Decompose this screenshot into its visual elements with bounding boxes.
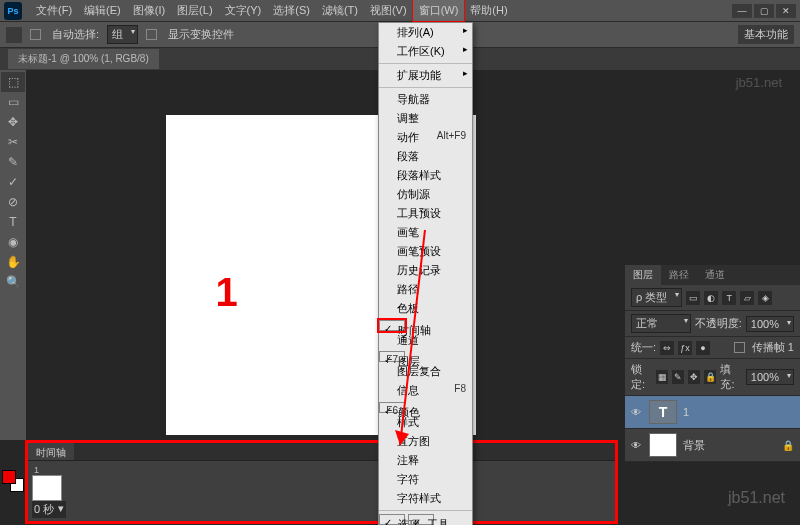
- document-tab[interactable]: 未标题-1 @ 100% (1, RGB/8): [8, 49, 159, 69]
- menu-item-路径[interactable]: 路径: [379, 280, 472, 299]
- menu-item-字符[interactable]: 字符: [379, 470, 472, 489]
- tab-channels[interactable]: 通道: [697, 265, 733, 285]
- unify-visibility-icon[interactable]: ƒx: [678, 341, 692, 355]
- menu-item-选项[interactable]: 选项: [379, 514, 405, 525]
- unify-position-icon[interactable]: ⇔: [660, 341, 674, 355]
- menu-item-排列(A)[interactable]: 排列(A): [379, 23, 472, 42]
- tool-button[interactable]: ✎: [1, 152, 25, 172]
- close-button[interactable]: ✕: [776, 4, 796, 18]
- menu-item-画笔预设[interactable]: 画笔预设: [379, 242, 472, 261]
- menu-item-扩展功能[interactable]: 扩展功能: [379, 66, 472, 85]
- tab-paths[interactable]: 路径: [661, 265, 697, 285]
- menu-文件(F)[interactable]: 文件(F): [30, 0, 78, 21]
- fill-input[interactable]: 100%: [746, 369, 794, 385]
- filter-icon[interactable]: ◈: [758, 291, 772, 305]
- menu-滤镜(T)[interactable]: 滤镜(T): [316, 0, 364, 21]
- auto-select-target-dropdown[interactable]: 组: [107, 25, 138, 44]
- menu-item-时间轴[interactable]: 时间轴: [379, 320, 405, 331]
- menu-文字(Y)[interactable]: 文字(Y): [219, 0, 268, 21]
- lock-transparency-icon[interactable]: ▦: [656, 370, 668, 384]
- filter-icon[interactable]: ▱: [740, 291, 754, 305]
- menu-编辑(E)[interactable]: 编辑(E): [78, 0, 127, 21]
- unify-style-icon[interactable]: ●: [696, 341, 710, 355]
- menu-item-字符样式[interactable]: 字符样式: [379, 489, 472, 508]
- menu-item-工作区(K)[interactable]: 工作区(K): [379, 42, 472, 61]
- lock-position-icon[interactable]: ✥: [688, 370, 700, 384]
- menu-窗口(W)[interactable]: 窗口(W): [413, 0, 465, 21]
- layer-kind-filter[interactable]: ρ 类型: [631, 288, 682, 307]
- filter-icon[interactable]: ▭: [686, 291, 700, 305]
- menu-图层(L)[interactable]: 图层(L): [171, 0, 218, 21]
- menu-图像(I)[interactable]: 图像(I): [127, 0, 171, 21]
- layer-row[interactable]: T 1: [625, 396, 800, 429]
- timeline-frame[interactable]: 1 0 秒▾: [32, 465, 66, 518]
- window-menu-dropdown: 排列(A)工作区(K)扩展功能导航器调整动作Alt+F9段落段落样式仿制源工具预…: [378, 22, 473, 525]
- menu-item-动作[interactable]: 动作Alt+F9: [379, 128, 472, 147]
- color-swatches[interactable]: [2, 470, 24, 492]
- tool-button[interactable]: 🔍: [1, 272, 25, 292]
- foreground-color-swatch[interactable]: [2, 470, 16, 484]
- watermark: jb51.net: [736, 75, 782, 90]
- timeline-panel: 时间轴 1 0 秒▾: [28, 443, 615, 521]
- menu-item-调整[interactable]: 调整: [379, 109, 472, 128]
- show-transform-checkbox[interactable]: [146, 29, 157, 40]
- visibility-toggle[interactable]: [631, 406, 643, 418]
- menu-item-颜色[interactable]: 颜色F6: [379, 402, 405, 413]
- show-transform-label: 显示变换控件: [168, 27, 234, 42]
- menu-选择(S)[interactable]: 选择(S): [267, 0, 316, 21]
- menu-item-直方图[interactable]: 直方图: [379, 432, 472, 451]
- auto-select-checkbox[interactable]: [30, 29, 41, 40]
- canvas-viewport[interactable]: 1: [26, 70, 615, 440]
- tool-button[interactable]: ◉: [1, 232, 25, 252]
- menu-item-工具预设[interactable]: 工具预设: [379, 204, 472, 223]
- menu-item-画笔[interactable]: 画笔: [379, 223, 472, 242]
- menu-item-仿制源[interactable]: 仿制源: [379, 185, 472, 204]
- menu-item-样式[interactable]: 样式: [379, 413, 472, 432]
- tool-button[interactable]: ✓: [1, 172, 25, 192]
- menu-帮助(H)[interactable]: 帮助(H): [464, 0, 513, 21]
- layer-row[interactable]: 背景 🔒: [625, 429, 800, 462]
- layer-name[interactable]: 背景: [683, 438, 705, 453]
- menu-item-图层复合[interactable]: 图层复合: [379, 362, 472, 381]
- menu-item-段落样式[interactable]: 段落样式: [379, 166, 472, 185]
- propagate-checkbox[interactable]: [734, 342, 745, 353]
- tool-bar: ⬚▭✥✂✎✓⊘T◉✋🔍: [0, 70, 26, 440]
- tool-button[interactable]: ⬚: [1, 72, 25, 92]
- lock-pixels-icon[interactable]: ✎: [672, 370, 684, 384]
- menu-item-色板[interactable]: 色板: [379, 299, 472, 318]
- menu-item-工具[interactable]: 工具: [408, 514, 434, 525]
- menu-item-通道[interactable]: 通道: [379, 331, 472, 350]
- menu-item-图层[interactable]: 图层F7: [379, 351, 405, 362]
- menu-item-信息[interactable]: 信息F8: [379, 381, 472, 400]
- menu-item-注释[interactable]: 注释: [379, 451, 472, 470]
- tool-button[interactable]: ⊘: [1, 192, 25, 212]
- workspace-switcher[interactable]: 基本功能: [738, 25, 794, 44]
- opacity-input[interactable]: 100%: [746, 316, 794, 332]
- maximize-button[interactable]: ▢: [754, 4, 774, 18]
- menu-视图(V)[interactable]: 视图(V): [364, 0, 413, 21]
- tab-layers[interactable]: 图层: [625, 265, 661, 285]
- layer-thumbnail: [649, 433, 677, 457]
- filter-icon[interactable]: ◐: [704, 291, 718, 305]
- fill-label: 填充:: [720, 362, 741, 392]
- menu-item-历史记录[interactable]: 历史记录: [379, 261, 472, 280]
- layer-name[interactable]: 1: [683, 406, 689, 418]
- move-tool-icon: [6, 27, 22, 43]
- lock-all-icon[interactable]: 🔒: [704, 370, 716, 384]
- visibility-toggle[interactable]: [631, 439, 643, 451]
- app-logo: Ps: [4, 2, 22, 20]
- lock-label: 锁定:: [631, 362, 652, 392]
- menu-bar: Ps 文件(F)编辑(E)图像(I)图层(L)文字(Y)选择(S)滤镜(T)视图…: [0, 0, 800, 22]
- minimize-button[interactable]: —: [732, 4, 752, 18]
- blend-mode-dropdown[interactable]: 正常: [631, 314, 691, 333]
- menu-item-导航器[interactable]: 导航器: [379, 90, 472, 109]
- frame-delay[interactable]: 0 秒: [34, 502, 54, 517]
- tool-button[interactable]: ✥: [1, 112, 25, 132]
- menu-item-段落[interactable]: 段落: [379, 147, 472, 166]
- tool-button[interactable]: T: [1, 212, 25, 232]
- tool-button[interactable]: ▭: [1, 92, 25, 112]
- filter-icon[interactable]: T: [722, 291, 736, 305]
- tool-button[interactable]: ✋: [1, 252, 25, 272]
- tab-timeline[interactable]: 时间轴: [28, 443, 74, 460]
- tool-button[interactable]: ✂: [1, 132, 25, 152]
